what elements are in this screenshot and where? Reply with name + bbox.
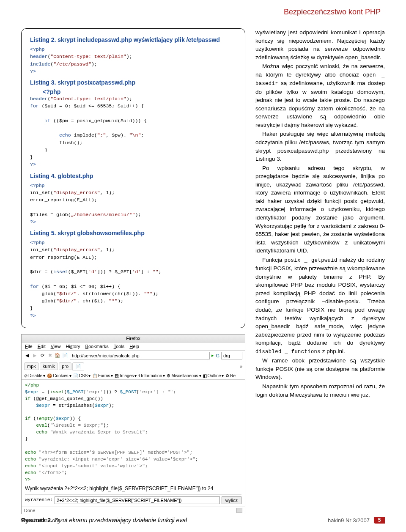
para-4: Po wpisaniu adresu tego skryptu, w przeg… xyxy=(255,164,385,255)
tab-active[interactable]: 📄 xyxy=(72,362,84,370)
tool-forms[interactable]: 📋 Forms▾ xyxy=(92,373,113,378)
ssl-icon xyxy=(236,508,242,513)
status-bar: Done xyxy=(22,507,245,514)
para-2: Można więc poczynić wnioski, że na serwe… xyxy=(255,62,385,129)
tool-images[interactable]: 🖼 Images▾ xyxy=(115,373,137,378)
tab-kurnik[interactable]: kurnik xyxy=(40,362,58,370)
tool-outline[interactable]: ◧ Outline▾ xyxy=(203,373,224,378)
menu-history[interactable]: History xyxy=(66,344,80,349)
browser-title: Firefox xyxy=(22,335,245,343)
footer-url: www.hakin9.org xyxy=(21,517,60,524)
search-box[interactable]: drg xyxy=(221,352,242,359)
search-engine-icon[interactable]: G xyxy=(216,353,219,358)
status-text: Done xyxy=(24,508,35,513)
tool-re[interactable]: ♻ Re xyxy=(225,373,236,378)
page-number: 5 xyxy=(374,517,385,524)
home-icon[interactable]: 🏠 xyxy=(55,353,60,359)
listing-4-title: Listing 4. globtest.php xyxy=(30,173,236,179)
stop-icon[interactable]: ✖ xyxy=(47,353,53,359)
tool-misc[interactable]: ⚙ Miscellaneous▾ xyxy=(167,373,201,378)
forward-icon[interactable]: ▶ xyxy=(32,353,38,359)
back-icon[interactable]: ◀ xyxy=(24,353,30,359)
go-icon[interactable]: ▸ xyxy=(211,353,214,358)
tool-css[interactable]: 📄 CSS▾ xyxy=(73,373,91,378)
menu-view[interactable]: View xyxy=(51,344,61,349)
tool-disable[interactable]: ⊘ Disable▾ xyxy=(24,373,45,378)
eval-result: Wynik wyrażenia 2+2*2<<2; highlight_file… xyxy=(25,485,241,492)
tab-mpk[interactable]: mpk xyxy=(24,362,39,370)
para-1: wyświetlany jest odpowiedni komunikat i … xyxy=(255,28,385,61)
browser-menubar[interactable]: File Edit View History Bookmarks Tools H… xyxy=(22,343,245,351)
page-icon: 📄 xyxy=(62,353,68,359)
form-label: wyrażenie: xyxy=(25,497,53,504)
listing-4-code: <?php ini_set("display_errors", 1); erro… xyxy=(30,182,236,226)
tab-pro[interactable]: pro xyxy=(59,362,71,370)
browser-window: Firefox File Edit View History Bookmarks… xyxy=(21,334,245,514)
menu-file[interactable]: File xyxy=(25,344,33,349)
footer-issue: hakin9 Nr 3/2007 xyxy=(328,517,370,524)
tab-chevron-icon[interactable]: » xyxy=(240,364,242,369)
listing-2-code: <?php header("Content-type: text/plain")… xyxy=(30,46,236,75)
browser-viewport: </php $expr = (isset($_POST['expr'])) ? … xyxy=(22,380,245,507)
tool-cookies[interactable]: 🍪 Cookies▾ xyxy=(47,373,71,378)
tab-bar[interactable]: mpk kurnik pro 📄 » xyxy=(22,361,245,372)
menu-tools[interactable]: Tools xyxy=(114,344,125,349)
page-header: Bezpieczeńczstwo kont PHP xyxy=(0,0,406,28)
listing-3-code: header("Content-type: text/plain"); for … xyxy=(30,95,236,168)
listing-2-title: Listing 2. skrypt includepasswd.php wyśw… xyxy=(30,36,236,43)
para-6: W ramce obok przedstawione są wszystkie … xyxy=(255,356,385,381)
para-7: Napastnik tym sposobem rozpoznał od razu… xyxy=(255,382,385,399)
listing-3-title: Listing 3. skrypt posixcatpasswd.php xyxy=(30,79,236,86)
menu-bookmarks[interactable]: Bookmarks xyxy=(85,344,109,349)
page-footer: www.hakin9.org hakin9 Nr 3/2007 5 xyxy=(0,517,406,524)
listing-5-code: <?php ini_set("display_errors", 1); erro… xyxy=(30,239,236,319)
para-5: Funkcja posix _ getpwuid należy do rodzi… xyxy=(255,256,385,356)
para-3: Haker posługuje się więc alternatywną me… xyxy=(255,130,385,163)
menu-edit[interactable]: Edit xyxy=(38,344,46,349)
article-body: wyświetlany jest odpowiedni komunikat i … xyxy=(255,28,385,524)
code-listings-box: Listing 2. skrypt includepasswd.php wyśw… xyxy=(21,28,245,328)
listing-5-title: Listing 5. skrypt globshowsomefiles.php xyxy=(30,230,236,236)
listing-3-prefix: <?php xyxy=(30,88,236,95)
expr-input[interactable] xyxy=(55,496,220,504)
tool-info[interactable]: ℹ Information▾ xyxy=(138,373,165,378)
menu-help[interactable]: Help xyxy=(129,344,139,349)
address-bar[interactable]: http://serwer/mieciu/evalcalc.php xyxy=(70,352,210,359)
submit-button[interactable]: wylicz xyxy=(222,496,241,504)
dev-toolbar[interactable]: ⊘ Disable▾ 🍪 Cookies▾ 📄 CSS▾ 📋 Forms▾ 🖼 … xyxy=(22,372,245,380)
reload-icon[interactable]: ⟳ xyxy=(39,353,45,359)
